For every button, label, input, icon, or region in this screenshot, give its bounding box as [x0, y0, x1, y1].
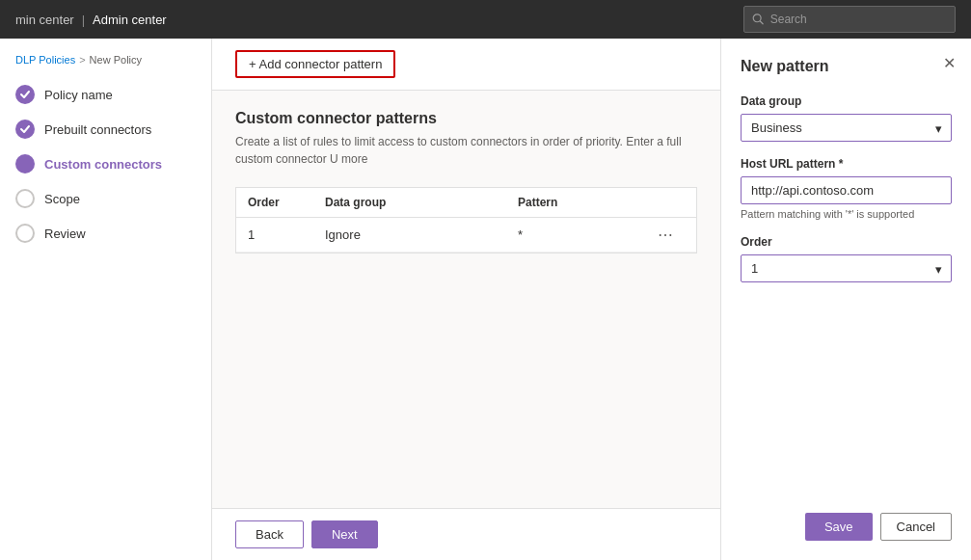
row-actions-button[interactable]: ⋯ [646, 226, 685, 244]
breadcrumb-current: New Policy [90, 54, 142, 66]
sidebar-item-scope[interactable]: Scope [0, 181, 211, 216]
table-row: 1 Ignore * ⋯ [236, 218, 696, 253]
data-group-label: Data group [741, 94, 952, 108]
sidebar-label-policy-name: Policy name [44, 88, 113, 102]
add-btn-label: + Add connector pattern [249, 57, 382, 71]
cancel-button[interactable]: Cancel [880, 513, 952, 541]
new-pattern-panel: New pattern ✕ Data group Business Non-Bu… [720, 39, 971, 560]
active-dot-custom [15, 154, 35, 173]
host-url-label: Host URL pattern * [741, 157, 952, 171]
main-scroll-area: Custom connector patterns Create a list … [212, 91, 720, 508]
sidebar-item-custom-connectors[interactable]: Custom connectors [0, 147, 211, 181]
sidebar-item-review[interactable]: Review [0, 216, 211, 251]
host-url-input[interactable] [741, 176, 952, 204]
empty-circle-scope [15, 189, 35, 208]
check-icon-policy [15, 85, 35, 104]
next-button[interactable]: Next [311, 520, 378, 548]
check-icon-prebuilt [15, 120, 35, 139]
sidebar-item-policy-name[interactable]: Policy name [0, 77, 211, 112]
topbar: min center | Admin center [0, 0, 971, 39]
panel-close-button[interactable]: ✕ [943, 54, 956, 72]
panel-title: New pattern [741, 58, 952, 75]
breadcrumb-separator: > [79, 54, 85, 66]
host-url-hint: Pattern matching with '*' is supported [741, 208, 952, 220]
col-pattern: Pattern [518, 196, 646, 209]
col-data-group: Data group [325, 196, 518, 209]
order-select[interactable]: 1 2 3 [741, 254, 952, 282]
patterns-table: Order Data group Pattern 1 Ignore * ⋯ [235, 187, 697, 253]
search-icon [752, 13, 765, 26]
admin-center-label: Admin center [93, 13, 167, 27]
empty-circle-review [15, 224, 35, 243]
search-box[interactable] [743, 6, 956, 33]
sidebar-item-prebuilt-connectors[interactable]: Prebuilt connectors [0, 112, 211, 147]
order-field: Order 1 2 3 [741, 235, 952, 282]
panel-footer: Save Cancel [805, 513, 952, 541]
row-pattern: * [518, 227, 646, 242]
svg-line-1 [760, 21, 763, 24]
section-description: Create a list of rules to limit access t… [235, 133, 697, 168]
col-order: Order [248, 196, 325, 209]
sidebar-label-review: Review [44, 227, 86, 241]
data-group-select-wrapper: Business Non-Business Blocked Ignore [741, 114, 952, 142]
sidebar-label-scope: Scope [44, 192, 80, 206]
main-content-area: + Add connector pattern Custom connector… [212, 39, 720, 560]
table-header: Order Data group Pattern [236, 188, 696, 218]
order-label: Order [741, 235, 952, 249]
back-button[interactable]: Back [235, 520, 304, 548]
search-input[interactable] [770, 13, 947, 26]
sidebar-label-prebuilt: Prebuilt connectors [44, 122, 151, 137]
section-title: Custom connector patterns [235, 110, 697, 127]
app-name: min center [15, 13, 74, 27]
col-actions [646, 196, 685, 209]
row-order: 1 [248, 227, 325, 242]
data-group-select[interactable]: Business Non-Business Blocked Ignore [741, 114, 952, 142]
save-button[interactable]: Save [805, 513, 873, 541]
add-connector-pattern-button[interactable]: + Add connector pattern [235, 50, 395, 78]
host-url-field: Host URL pattern * Pattern matching with… [741, 157, 952, 220]
main-toolbar: + Add connector pattern [212, 39, 720, 91]
main-footer: Back Next [212, 508, 720, 560]
order-select-wrapper: 1 2 3 [741, 254, 952, 282]
sidebar: DLP Policies > New Policy Policy name Pr… [0, 39, 212, 560]
topbar-separator: | [82, 13, 85, 27]
breadcrumb-dlp[interactable]: DLP Policies [15, 54, 75, 66]
sidebar-label-custom: Custom connectors [44, 157, 162, 172]
data-group-field: Data group Business Non-Business Blocked… [741, 94, 952, 142]
breadcrumb: DLP Policies > New Policy [0, 50, 211, 77]
row-data-group: Ignore [325, 227, 518, 242]
